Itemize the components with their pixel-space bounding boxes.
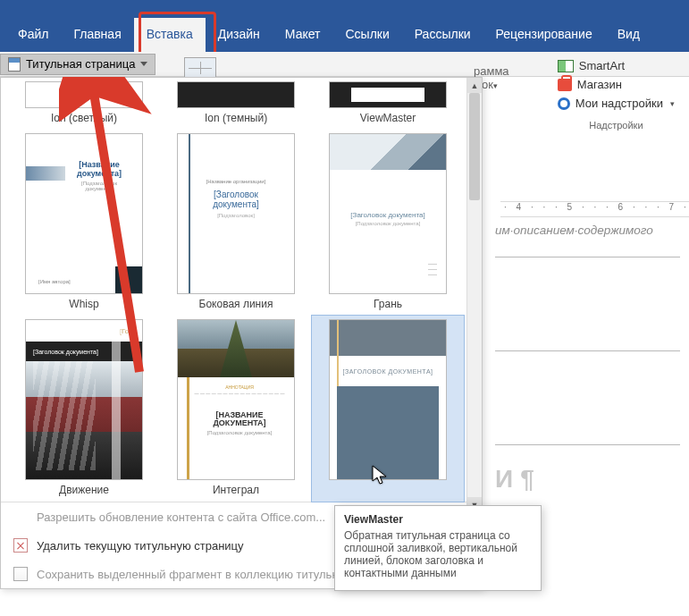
thumb-subtitle: [Подзаголовок документа] [342, 221, 433, 226]
gallery-item-label: Ion (темный) [165, 112, 307, 124]
thumb-title: [Название документа] [69, 161, 130, 179]
scroll-up-icon[interactable]: ▲ [467, 78, 482, 93]
group-label-addins: Надстройки [558, 120, 675, 131]
gallery-item-viewmaster-top[interactable]: ViewMaster [312, 78, 464, 130]
tab-references[interactable]: Ссылки [332, 18, 401, 52]
thumb-subtitle: [Подзаголовок документа] [194, 430, 285, 435]
thumb-title: [ЗАГОЛОВОК ДОКУМЕНТА] [342, 368, 433, 375]
my-addins-button[interactable]: Мои надстройки ▾ [558, 94, 675, 113]
ribbon-tabs: Файл Главная Вставка Дизайн Макет Ссылки… [0, 0, 689, 52]
tooltip: ViewMaster Обратная титульная страница с… [334, 505, 542, 591]
gallery-scrollbar[interactable]: ▲ ▼ [466, 78, 482, 512]
tab-review[interactable]: Рецензирование [483, 18, 605, 52]
gallery-item-label: Интеграл [165, 484, 307, 496]
tab-layout[interactable]: Макет [273, 18, 333, 52]
ribbon-right-panel: SmartArt Магазин Мои надстройки ▾ Надстр… [558, 56, 675, 131]
tab-home[interactable]: Главная [61, 18, 133, 52]
smartart-label: SmartArt [579, 59, 625, 72]
tab-design[interactable]: Дизайн [206, 18, 273, 52]
thumb-annotation: АННОТАЦИЯ [194, 384, 285, 390]
thumb-title: [Заголовок документа] [190, 190, 281, 209]
thumb-org: [Название организации] [190, 179, 281, 184]
chevron-down-icon [140, 62, 147, 66]
cover-page-dropdown[interactable]: Титульная страница [0, 54, 155, 75]
thumb-title: [Заголовок документа] [342, 211, 433, 219]
tab-mailings[interactable]: Рассылки [402, 18, 483, 52]
thumb-contact: —————— [428, 261, 437, 277]
tooltip-title: ViewMaster [344, 513, 532, 526]
gallery-item-whisp[interactable]: [Название документа] [Подзаголовок докум… [8, 130, 160, 316]
gallery-item-label: ViewMaster [317, 112, 458, 124]
doc-text-line: им·описанием·содержимого [495, 224, 680, 237]
menu-label: Разрешить обновление контента с сайта Of… [37, 511, 325, 524]
gallery-item-sideline[interactable]: [Название организации] [Заголовок докуме… [160, 130, 312, 316]
gallery-item-label: Грань [317, 298, 458, 310]
gallery-item-ion-light[interactable]: Ion (светлый) [8, 78, 160, 130]
addins-icon [558, 97, 570, 110]
tab-file[interactable]: Файл [5, 18, 61, 52]
tooltip-body: Обратная титульная страница со сплошной … [344, 529, 532, 579]
cover-page-label: Титульная страница [26, 57, 135, 71]
cover-page-icon [8, 57, 21, 72]
tab-insert[interactable]: Вставка [134, 18, 206, 52]
store-label: Магазин [577, 78, 622, 91]
gallery-item-label: Ion (светлый) [13, 112, 155, 124]
table-button-icon[interactable] [184, 57, 216, 79]
store-icon [558, 79, 572, 91]
chevron-down-icon: ▾ [670, 99, 675, 108]
scroll-thumb[interactable] [469, 93, 480, 200]
smartart-icon [558, 60, 574, 72]
thumb-title: [Заголовок документа] [33, 349, 98, 355]
gallery-item-facet[interactable]: [Заголовок документа] [Подзаголовок доку… [312, 130, 464, 316]
tab-view[interactable]: Вид [605, 18, 652, 52]
gallery-item-ion-dark[interactable]: Ion (темный) [160, 78, 312, 130]
delete-icon [13, 538, 28, 553]
gallery-item-viewmaster-bottom[interactable]: [ЗАГОЛОВОК ДОКУМЕНТА] [312, 316, 464, 502]
gallery-item-label: Движение [13, 484, 155, 496]
gallery-item-label: Боковая линия [165, 298, 307, 310]
save-icon [13, 567, 28, 581]
thumb-lorem: — — — — — — — — — — — — — — — — [194, 392, 285, 397]
thumb-title: [НАЗВАНИЕ ДОКУМЕНТА] [194, 411, 285, 429]
thumb-footer: [Имя автора] [38, 279, 71, 284]
thumb-subtitle: [Подзаголовок документа] [69, 181, 130, 191]
gallery-item-integral[interactable]: АННОТАЦИЯ — — — — — — — — — — — — — — — … [160, 316, 312, 502]
gallery-item-motion[interactable]: [Год] [Заголовок документа] Движение [8, 316, 160, 502]
paragraph-mark-icon: И¶ [495, 465, 542, 494]
smartart-button[interactable]: SmartArt [558, 56, 675, 75]
thumb-year: [Год] [120, 327, 135, 335]
gallery-item-label: Whisp [13, 298, 155, 310]
horizontal-ruler[interactable]: · 4 · · · 5 · · · 6 · · · 7 · · · 8 · · … [500, 201, 689, 217]
menu-label: Удалить текущую титульную страницу [37, 539, 244, 553]
store-button[interactable]: Магазин [558, 75, 675, 94]
blank-icon [13, 510, 28, 524]
thumb-subtitle: [Подзаголовок] [190, 213, 281, 218]
addins-label: Мои надстройки [576, 97, 663, 110]
